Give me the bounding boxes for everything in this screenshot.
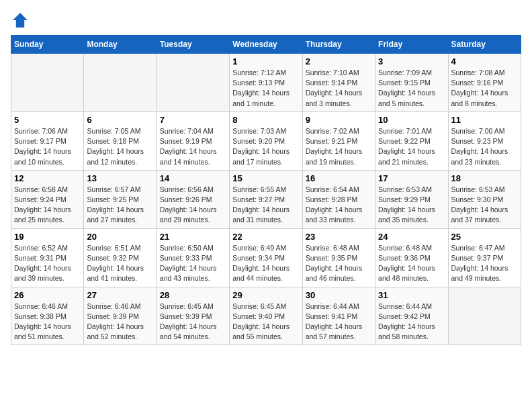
- day-info: Sunrise: 7:05 AM Sunset: 9:18 PM Dayligh…: [87, 126, 153, 167]
- calendar-cell: 29Sunrise: 6:45 AM Sunset: 9:40 PM Dayli…: [230, 287, 302, 345]
- day-info: Sunrise: 6:46 AM Sunset: 9:39 PM Dayligh…: [87, 302, 153, 342]
- calendar-cell: 15Sunrise: 6:55 AM Sunset: 9:27 PM Dayli…: [230, 170, 302, 228]
- day-info: Sunrise: 6:44 AM Sunset: 9:41 PM Dayligh…: [306, 302, 372, 342]
- calendar-cell: 6Sunrise: 7:05 AM Sunset: 9:18 PM Daylig…: [84, 111, 157, 170]
- calendar-cell: 3Sunrise: 7:09 AM Sunset: 9:15 PM Daylig…: [375, 54, 448, 112]
- calendar-header-row: SundayMondayTuesdayWednesdayThursdayFrid…: [11, 36, 521, 54]
- day-info: Sunrise: 6:52 AM Sunset: 9:31 PM Dayligh…: [14, 243, 81, 284]
- calendar-cell: 9Sunrise: 7:02 AM Sunset: 9:21 PM Daylig…: [302, 111, 375, 170]
- calendar-cell: 10Sunrise: 7:01 AM Sunset: 9:22 PM Dayli…: [375, 111, 448, 170]
- day-info: Sunrise: 7:02 AM Sunset: 9:21 PM Dayligh…: [306, 126, 372, 167]
- day-info: Sunrise: 7:09 AM Sunset: 9:15 PM Dayligh…: [378, 68, 445, 109]
- day-info: Sunrise: 6:50 AM Sunset: 9:33 PM Dayligh…: [160, 243, 226, 284]
- calendar-cell: 5Sunrise: 7:06 AM Sunset: 9:17 PM Daylig…: [11, 111, 84, 170]
- calendar-cell: 16Sunrise: 6:54 AM Sunset: 9:28 PM Dayli…: [302, 170, 375, 228]
- day-number: 25: [451, 232, 518, 242]
- day-number: 27: [87, 290, 153, 300]
- column-header-saturday: Saturday: [448, 36, 521, 54]
- day-info: Sunrise: 7:00 AM Sunset: 9:23 PM Dayligh…: [451, 126, 518, 167]
- svg-marker-0: [13, 13, 28, 28]
- column-header-tuesday: Tuesday: [157, 36, 229, 54]
- day-number: 19: [14, 232, 81, 242]
- page-header: [11, 11, 521, 30]
- column-header-wednesday: Wednesday: [230, 36, 302, 54]
- day-number: 18: [451, 173, 518, 183]
- day-info: Sunrise: 6:45 AM Sunset: 9:40 PM Dayligh…: [232, 302, 299, 342]
- day-info: Sunrise: 6:46 AM Sunset: 9:38 PM Dayligh…: [14, 302, 81, 342]
- day-info: Sunrise: 7:04 AM Sunset: 9:19 PM Dayligh…: [160, 126, 226, 167]
- calendar-cell: 23Sunrise: 6:48 AM Sunset: 9:35 PM Dayli…: [302, 228, 375, 287]
- day-number: 21: [160, 232, 226, 242]
- day-number: 12: [14, 173, 81, 183]
- calendar-cell: 22Sunrise: 6:49 AM Sunset: 9:34 PM Dayli…: [230, 228, 302, 287]
- calendar-cell: 14Sunrise: 6:56 AM Sunset: 9:26 PM Dayli…: [157, 170, 229, 228]
- day-info: Sunrise: 7:10 AM Sunset: 9:14 PM Dayligh…: [306, 68, 372, 109]
- day-info: Sunrise: 6:48 AM Sunset: 9:35 PM Dayligh…: [306, 243, 372, 284]
- day-info: Sunrise: 7:03 AM Sunset: 9:20 PM Dayligh…: [232, 126, 299, 167]
- day-number: 30: [306, 290, 372, 300]
- calendar-cell: 25Sunrise: 6:47 AM Sunset: 9:37 PM Dayli…: [448, 228, 521, 287]
- day-number: 1: [232, 56, 299, 66]
- day-number: 5: [14, 115, 81, 125]
- calendar-week-row: 1Sunrise: 7:12 AM Sunset: 9:13 PM Daylig…: [11, 54, 521, 112]
- logo-icon: [11, 11, 30, 30]
- calendar-cell: 8Sunrise: 7:03 AM Sunset: 9:20 PM Daylig…: [230, 111, 302, 170]
- calendar-cell: [84, 54, 157, 112]
- day-number: 13: [87, 173, 153, 183]
- day-info: Sunrise: 6:45 AM Sunset: 9:39 PM Dayligh…: [160, 302, 226, 342]
- calendar-table: SundayMondayTuesdayWednesdayThursdayFrid…: [11, 35, 521, 345]
- day-number: 4: [451, 56, 518, 66]
- calendar-cell: [157, 54, 229, 112]
- calendar-week-row: 19Sunrise: 6:52 AM Sunset: 9:31 PM Dayli…: [11, 228, 521, 287]
- day-number: 22: [232, 232, 299, 242]
- calendar-cell: 30Sunrise: 6:44 AM Sunset: 9:41 PM Dayli…: [302, 287, 375, 345]
- day-number: 2: [306, 56, 372, 66]
- day-info: Sunrise: 6:54 AM Sunset: 9:28 PM Dayligh…: [306, 185, 372, 226]
- day-number: 10: [378, 115, 445, 125]
- day-number: 15: [232, 173, 299, 183]
- column-header-sunday: Sunday: [11, 36, 84, 54]
- calendar-cell: 7Sunrise: 7:04 AM Sunset: 9:19 PM Daylig…: [157, 111, 229, 170]
- day-info: Sunrise: 6:51 AM Sunset: 9:32 PM Dayligh…: [87, 243, 153, 284]
- calendar-cell: 20Sunrise: 6:51 AM Sunset: 9:32 PM Dayli…: [84, 228, 157, 287]
- calendar-cell: 31Sunrise: 6:44 AM Sunset: 9:42 PM Dayli…: [375, 287, 448, 345]
- logo: [11, 11, 32, 30]
- day-info: Sunrise: 6:56 AM Sunset: 9:26 PM Dayligh…: [160, 185, 226, 226]
- day-info: Sunrise: 6:55 AM Sunset: 9:27 PM Dayligh…: [232, 185, 299, 226]
- calendar-cell: 1Sunrise: 7:12 AM Sunset: 9:13 PM Daylig…: [230, 54, 302, 112]
- calendar-week-row: 26Sunrise: 6:46 AM Sunset: 9:38 PM Dayli…: [11, 287, 521, 345]
- day-info: Sunrise: 6:44 AM Sunset: 9:42 PM Dayligh…: [378, 302, 445, 342]
- day-number: 24: [378, 232, 445, 242]
- calendar-cell: 17Sunrise: 6:53 AM Sunset: 9:29 PM Dayli…: [375, 170, 448, 228]
- day-number: 17: [378, 173, 445, 183]
- calendar-cell: 21Sunrise: 6:50 AM Sunset: 9:33 PM Dayli…: [157, 228, 229, 287]
- day-number: 16: [306, 173, 372, 183]
- day-number: 26: [14, 290, 81, 300]
- day-number: 9: [306, 115, 372, 125]
- day-info: Sunrise: 6:57 AM Sunset: 9:25 PM Dayligh…: [87, 185, 153, 226]
- day-info: Sunrise: 6:47 AM Sunset: 9:37 PM Dayligh…: [451, 243, 518, 284]
- calendar-cell: 28Sunrise: 6:45 AM Sunset: 9:39 PM Dayli…: [157, 287, 229, 345]
- day-number: 14: [160, 173, 226, 183]
- day-info: Sunrise: 6:58 AM Sunset: 9:24 PM Dayligh…: [14, 185, 81, 226]
- day-number: 29: [232, 290, 299, 300]
- calendar-week-row: 5Sunrise: 7:06 AM Sunset: 9:17 PM Daylig…: [11, 111, 521, 170]
- column-header-thursday: Thursday: [302, 36, 375, 54]
- day-info: Sunrise: 6:48 AM Sunset: 9:36 PM Dayligh…: [378, 243, 445, 284]
- calendar-cell: 12Sunrise: 6:58 AM Sunset: 9:24 PM Dayli…: [11, 170, 84, 228]
- day-info: Sunrise: 7:12 AM Sunset: 9:13 PM Dayligh…: [232, 68, 299, 109]
- day-number: 6: [87, 115, 153, 125]
- calendar-cell: 13Sunrise: 6:57 AM Sunset: 9:25 PM Dayli…: [84, 170, 157, 228]
- calendar-cell: 2Sunrise: 7:10 AM Sunset: 9:14 PM Daylig…: [302, 54, 375, 112]
- day-number: 3: [378, 56, 445, 66]
- calendar-cell: 18Sunrise: 6:53 AM Sunset: 9:30 PM Dayli…: [448, 170, 521, 228]
- calendar-cell: 27Sunrise: 6:46 AM Sunset: 9:39 PM Dayli…: [84, 287, 157, 345]
- calendar-cell: [11, 54, 84, 112]
- column-header-monday: Monday: [84, 36, 157, 54]
- day-info: Sunrise: 7:06 AM Sunset: 9:17 PM Dayligh…: [14, 126, 81, 167]
- day-info: Sunrise: 6:49 AM Sunset: 9:34 PM Dayligh…: [232, 243, 299, 284]
- calendar-cell: [448, 287, 521, 345]
- calendar-cell: 26Sunrise: 6:46 AM Sunset: 9:38 PM Dayli…: [11, 287, 84, 345]
- calendar-cell: 4Sunrise: 7:08 AM Sunset: 9:16 PM Daylig…: [448, 54, 521, 112]
- calendar-cell: 19Sunrise: 6:52 AM Sunset: 9:31 PM Dayli…: [11, 228, 84, 287]
